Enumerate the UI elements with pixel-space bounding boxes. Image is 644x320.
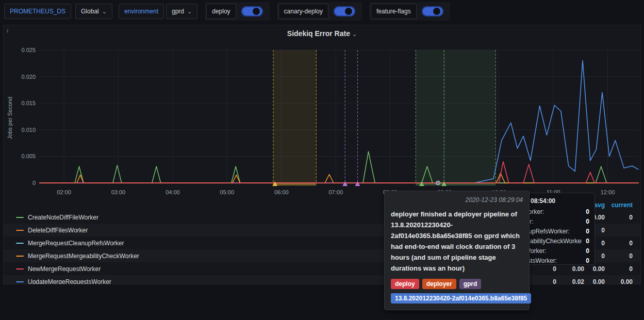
annotation-tag[interactable]: gprd — [459, 279, 482, 289]
series-line-UpdateMergeRequestsWorker — [40, 61, 639, 183]
datasource-scope-select[interactable]: Global ⌄ — [75, 4, 112, 19]
canary-deploy-toggle[interactable] — [334, 6, 355, 16]
legend-series-name[interactable]: MergeRequestCleanupRefsWorker — [28, 240, 124, 247]
chevron-down-icon: ⌄ — [187, 10, 192, 13]
series-color-dash — [16, 230, 24, 231]
toggle-group-deploy: deploy — [205, 2, 269, 21]
series-color-dash — [16, 243, 24, 244]
series-color-dash — [16, 217, 24, 218]
y-tick-label: 0.005 — [21, 153, 36, 159]
y-tick-label: 0.015 — [21, 100, 36, 106]
x-tick-label: 03:00 — [111, 189, 126, 195]
series-color-dash — [16, 268, 24, 270]
legend-row: UpdateMergeRequestsWorker00.020.000.00 — [4, 275, 641, 284]
x-tick-label: 07:00 — [328, 189, 343, 195]
legend-avg-value: 0.00 — [577, 278, 605, 285]
hovered-annotation-point — [436, 181, 440, 185]
panel-title[interactable]: Sidekiq Error Rate⌄ — [4, 29, 640, 38]
toggle-group-feature-flags: feature-flags — [369, 2, 450, 21]
datasource-picker[interactable]: PROMETHEUS_DS — [4, 4, 71, 19]
legend-current-value: 0.00 — [605, 278, 633, 285]
deploy-toggle-label: deploy — [206, 4, 236, 19]
y-axis-label: Jobs per Second — [7, 97, 13, 140]
toggle-knob — [433, 8, 440, 15]
tooltip-series-value: 0 — [586, 257, 589, 264]
series-color-dash — [16, 256, 24, 257]
legend-current-value: 0 — [605, 265, 633, 273]
feature-flags-toggle-label: feature-flags — [371, 4, 417, 19]
annotation-tooltip: 2020-12-23 08:29:04 deployer finished a … — [384, 191, 530, 310]
x-tick-label: 02:00 — [57, 189, 71, 195]
graph-tooltip-time: 08:54:00 — [531, 197, 589, 205]
tooltip-series-value: 0 — [586, 247, 589, 255]
legend-avg-value: 0.00 — [577, 265, 605, 273]
tooltip-series-value: 0 — [586, 218, 589, 225]
annotation-marker-icon — [342, 181, 348, 186]
annotation-marker-icon — [355, 181, 360, 186]
toggle-group-canary-deploy: canary-deploy — [277, 2, 362, 21]
x-tick-label: 04:00 — [166, 189, 180, 195]
toggle-knob — [345, 8, 352, 15]
legend-current-value: 0 — [605, 240, 633, 247]
annotation-tags: deploydeployergprd — [391, 279, 523, 289]
x-tick-label: 05:00 — [220, 189, 235, 195]
series-line-MergeRequestMergeabilityCheckWorker — [40, 173, 639, 183]
legend-series-name[interactable]: UpdateMergeRequestsWorker — [28, 278, 111, 285]
series-line-NewMergeRequestWorker — [40, 162, 639, 183]
feature-flags-toggle[interactable] — [422, 6, 443, 16]
select-value: Global — [81, 8, 99, 15]
legend-current-value: 0 — [605, 252, 633, 260]
toggle-knob — [253, 8, 260, 15]
error-rate-chart[interactable]: 00.0050.0100.0150.0200.02502:0003:0004:0… — [4, 46, 641, 200]
y-tick-label: 0.025 — [21, 47, 36, 53]
y-tick-label: 0.020 — [21, 74, 36, 80]
environment-variable-label: environment — [119, 4, 164, 19]
environment-select[interactable]: gprd ⌄ — [166, 4, 197, 19]
tooltip-series-value: 0 — [586, 208, 589, 215]
chevron-down-icon: ⌄ — [102, 10, 107, 13]
y-tick-label: 0 — [32, 180, 36, 186]
tooltip-series-value: 0 — [586, 238, 589, 245]
release-tag[interactable]: 13.8.202012230420-2af014e0365.b8a65e38f8… — [391, 293, 531, 304]
x-tick-label: 12:00 — [601, 189, 615, 195]
legend-min-value: 0 — [529, 278, 556, 285]
legend-series-name[interactable]: DeleteDiffFilesWorker — [28, 227, 88, 234]
select-value: gprd — [172, 8, 184, 15]
dashboard-submenu: PROMETHEUS_DS Global ⌄ environment gprd … — [0, 0, 644, 23]
legend-current-value: 0 — [605, 214, 633, 221]
annotation-timestamp: 2020-12-23 08:29:04 — [391, 196, 523, 204]
legend-min-value: 0 — [529, 265, 556, 273]
annotation-region — [416, 50, 496, 183]
annotation-text: deployer finished a deployer pipeline of… — [391, 209, 523, 274]
legend-series-name[interactable]: MergeRequestMergeabilityCheckWorker — [28, 252, 139, 260]
legend-series-name[interactable]: NewMergeRequestWorker — [28, 265, 101, 273]
y-tick-label: 0.010 — [21, 127, 36, 133]
canary-deploy-toggle-label: canary-deploy — [278, 4, 328, 19]
tooltip-series-value: 0 — [586, 228, 589, 235]
chevron-down-icon: ⌄ — [352, 31, 357, 37]
legend-current-header[interactable]: current — [605, 201, 633, 209]
legend-series-name[interactable]: CreateNoteDiffFileWorker — [28, 214, 98, 221]
annotation-region — [273, 50, 316, 183]
x-tick-label: 06:00 — [274, 189, 289, 195]
annotation-tag[interactable]: deployer — [422, 279, 456, 289]
deploy-toggle[interactable] — [241, 6, 263, 16]
panel-title-text: Sidekiq Error Rate — [287, 29, 350, 38]
series-color-dash — [16, 281, 24, 282]
annotation-tag[interactable]: deploy — [391, 279, 419, 289]
